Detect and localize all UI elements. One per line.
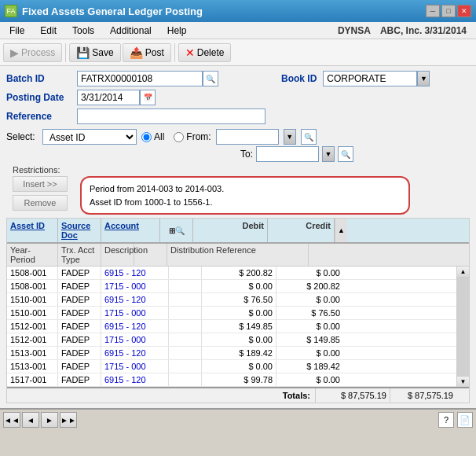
book-id-label: Book ID bbox=[281, 73, 317, 84]
cell-account[interactable]: 6915 - 120 bbox=[101, 267, 169, 279]
menu-tools[interactable]: Tools bbox=[66, 24, 101, 38]
cell-empty bbox=[169, 307, 202, 319]
save-button[interactable]: 💾 Save bbox=[69, 43, 120, 62]
table-header: Asset ID Source Doc Account ⊞🔍 Debit Cre… bbox=[7, 219, 469, 244]
restrictions-buttons: Insert >> Remove bbox=[13, 176, 68, 211]
cell-source-doc: FADEP bbox=[58, 373, 101, 386]
post-icon: 📤 bbox=[130, 46, 143, 59]
delete-icon: ✕ bbox=[185, 46, 195, 59]
cell-empty bbox=[169, 373, 202, 386]
select-dropdown[interactable]: Asset IDClass IDLocation IDPhysical Loca… bbox=[42, 129, 137, 145]
cell-source-doc: FADEP bbox=[58, 320, 101, 333]
calendar-button[interactable]: 📅 bbox=[140, 90, 156, 105]
post-button[interactable]: 📤 Post bbox=[123, 43, 171, 62]
posting-date-label: Posting Date bbox=[6, 92, 77, 103]
menu-help[interactable]: Help bbox=[161, 24, 193, 38]
notes-icon[interactable]: 📄 bbox=[457, 412, 473, 428]
cell-credit: $ 0.00 bbox=[276, 320, 343, 333]
nav-prev-button[interactable]: ◄ bbox=[22, 412, 39, 428]
radio-all[interactable]: All bbox=[141, 131, 164, 142]
nav-next-button[interactable]: ► bbox=[41, 412, 58, 428]
radio-from[interactable]: From: bbox=[174, 131, 211, 142]
cell-account[interactable]: 1715 - 000 bbox=[101, 307, 169, 319]
restriction-line-1: Period from 2014-003 to 2014-003. bbox=[90, 182, 401, 196]
batch-id-search-button[interactable]: 🔍 bbox=[203, 71, 218, 86]
remove-button[interactable]: Remove bbox=[13, 195, 68, 211]
cell-account[interactable]: 6915 - 120 bbox=[101, 320, 169, 333]
nav-last-button[interactable]: ►► bbox=[60, 412, 77, 428]
minimize-button[interactable]: ─ bbox=[426, 5, 440, 17]
menu-edit[interactable]: Edit bbox=[34, 24, 63, 38]
status-icons: ? 📄 bbox=[438, 412, 473, 428]
toolbar: ▶ Process 💾 Save 📤 Post ✕ Delete bbox=[0, 39, 476, 66]
cell-source-doc: FADEP bbox=[58, 333, 101, 346]
book-id-dropdown[interactable]: ▼ bbox=[417, 71, 430, 86]
to-search-button[interactable]: 🔍 bbox=[338, 146, 353, 162]
col-header-asset-id[interactable]: Asset ID bbox=[7, 219, 58, 242]
cell-empty bbox=[169, 280, 202, 292]
from-input[interactable] bbox=[216, 129, 279, 145]
cell-source-doc: FADEP bbox=[58, 347, 101, 359]
to-input[interactable] bbox=[256, 146, 319, 162]
posting-date-input[interactable] bbox=[77, 90, 140, 105]
toolbar-separator bbox=[65, 43, 66, 62]
table-scrollbar: ▲ ▼ bbox=[456, 267, 469, 387]
cell-account[interactable]: 6915 - 120 bbox=[101, 293, 169, 306]
cell-credit: $ 0.00 bbox=[276, 293, 343, 306]
from-dropdown[interactable]: ▼ bbox=[284, 129, 296, 145]
nav-first-button[interactable]: ◄◄ bbox=[3, 412, 20, 428]
menu-additional[interactable]: Additional bbox=[104, 24, 158, 38]
scroll-up-icon[interactable]: ▲ bbox=[335, 219, 347, 242]
book-id-input[interactable] bbox=[323, 71, 417, 86]
help-icon[interactable]: ? bbox=[438, 412, 454, 428]
cell-debit: $ 0.00 bbox=[202, 360, 276, 373]
cell-account[interactable]: 1715 - 000 bbox=[101, 280, 169, 292]
batch-id-input[interactable] bbox=[77, 71, 203, 86]
scroll-down-button[interactable]: ▼ bbox=[457, 376, 469, 387]
close-button[interactable]: ✕ bbox=[457, 5, 471, 17]
cell-asset-id: 1513-001 bbox=[7, 360, 58, 373]
cell-account[interactable]: 1715 - 000 bbox=[101, 360, 169, 373]
restriction-line-2: Asset ID from 1000-1 to 1556-1. bbox=[90, 196, 401, 209]
col-header-account[interactable]: Account bbox=[101, 219, 160, 242]
cell-asset-id: 1508-001 bbox=[7, 267, 58, 279]
cell-asset-id: 1508-001 bbox=[7, 280, 58, 292]
maximize-button[interactable]: □ bbox=[441, 5, 456, 17]
select-label: Select: bbox=[6, 131, 38, 142]
cell-asset-id: 1517-001 bbox=[7, 373, 58, 386]
cell-account[interactable]: 6915 - 120 bbox=[101, 373, 169, 386]
to-dropdown[interactable]: ▼ bbox=[322, 146, 335, 162]
col-header-source-doc[interactable]: Source Doc bbox=[58, 219, 101, 242]
title-bar: FA Fixed Assets General Ledger Posting ─… bbox=[0, 0, 476, 22]
subheader-year-period: Year-Period bbox=[7, 244, 58, 266]
cell-credit: $ 189.42 bbox=[276, 360, 343, 373]
restrictions-label: Restrictions: bbox=[13, 165, 470, 175]
cell-source-doc: FADEP bbox=[58, 360, 101, 373]
table-rows-container: 1508-001 FADEP 6915 - 120 $ 200.82 $ 0.0… bbox=[7, 267, 456, 387]
process-icon: ▶ bbox=[10, 46, 19, 59]
navigation-buttons: ◄◄ ◄ ► ►► bbox=[3, 412, 77, 428]
cell-credit: $ 0.00 bbox=[276, 347, 343, 359]
cell-debit: $ 200.82 bbox=[202, 267, 276, 279]
to-row: To: ▼ 🔍 bbox=[240, 146, 470, 162]
restrictions-area: Restrictions: Insert >> Remove Period fr… bbox=[6, 165, 470, 215]
subheader-trx-type: Trx. Acct Type bbox=[58, 244, 101, 266]
reference-input[interactable] bbox=[77, 108, 265, 124]
batch-id-row: Batch ID 🔍 Book ID ▼ bbox=[6, 71, 470, 86]
save-icon: 💾 bbox=[76, 46, 90, 59]
cell-credit: $ 200.82 bbox=[276, 280, 343, 292]
cell-account[interactable]: 1715 - 000 bbox=[101, 333, 169, 346]
scroll-up-button[interactable]: ▲ bbox=[457, 267, 469, 278]
cell-credit: $ 149.85 bbox=[276, 333, 343, 346]
cell-source-doc: FADEP bbox=[58, 267, 101, 279]
cell-debit: $ 0.00 bbox=[202, 307, 276, 319]
table-row: 1510-001 FADEP 1715 - 000 $ 0.00 $ 76.50 bbox=[7, 307, 456, 320]
menu-file[interactable]: File bbox=[3, 24, 31, 38]
subheader-desc: Description bbox=[101, 244, 134, 266]
subheader-icons bbox=[134, 244, 167, 266]
process-button[interactable]: ▶ Process bbox=[3, 43, 62, 62]
cell-account[interactable]: 6915 - 120 bbox=[101, 347, 169, 359]
from-search-button[interactable]: 🔍 bbox=[301, 129, 317, 145]
insert-button[interactable]: Insert >> bbox=[13, 176, 68, 192]
delete-button[interactable]: ✕ Delete bbox=[178, 43, 232, 62]
